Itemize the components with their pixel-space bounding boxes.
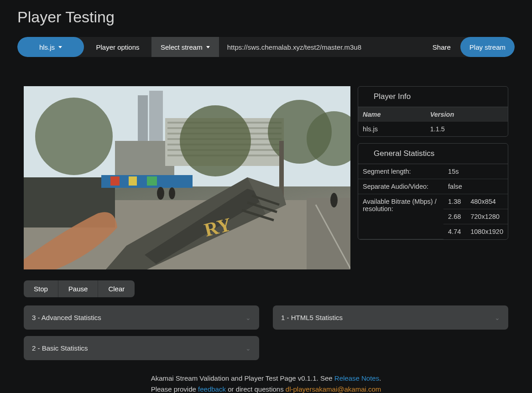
footer-text: or direct questions [228, 385, 286, 393]
general-stats-header: General Statistics [358, 144, 508, 164]
name-column-header: Name [358, 107, 426, 122]
bitrate-res-1: 720x1280 [466, 209, 508, 224]
accordion-label: 3 - Advanced Statistics [32, 314, 101, 321]
pause-button[interactable]: Pause [58, 280, 99, 297]
accordion-label: 2 - Basic Statistics [32, 344, 88, 352]
footer-text: . [379, 374, 381, 382]
version-column-header: Version [426, 107, 508, 122]
main-toolbar: hls.js Player options Select stream Shar… [17, 37, 515, 57]
segment-length-value: 15s [443, 164, 508, 179]
select-stream-dropdown[interactable]: Select stream [151, 37, 219, 57]
bitrate-mbps-2: 4.74 [443, 224, 466, 239]
chevron-down-icon: ⌄ [495, 314, 500, 321]
segment-length-label: Segment length: [358, 164, 443, 179]
share-button[interactable]: Share [423, 37, 460, 57]
separate-av-value: false [443, 179, 508, 194]
player-options-button[interactable]: Player options [84, 37, 151, 57]
svg-rect-23 [129, 176, 137, 186]
svg-point-34 [330, 193, 338, 207]
svg-point-12 [35, 98, 113, 175]
separate-av-label: Separate Audio/Video: [358, 179, 443, 194]
clear-button[interactable]: Clear [98, 280, 135, 297]
svg-point-33 [169, 187, 175, 199]
bitrate-label: Available Bitrate (Mbps) / resolution: [358, 194, 443, 239]
accordion-advanced-stats[interactable]: 3 - Advanced Statistics ⌄ [24, 305, 259, 330]
stop-button[interactable]: Stop [24, 280, 58, 297]
video-player[interactable]: RY [24, 86, 350, 269]
player-info-panel: Player Info Name Version hls.js 1.1.5 [358, 86, 508, 137]
page-title: Player Testing [17, 8, 515, 26]
player-select-dropdown[interactable]: hls.js [17, 37, 84, 57]
bitrate-res-0: 480x854 [466, 194, 508, 209]
player-select-label: hls.js [39, 43, 55, 51]
select-stream-label: Select stream [161, 43, 203, 51]
player-version-value: 1.1.5 [426, 122, 508, 136]
chevron-down-icon: ⌄ [245, 314, 251, 321]
player-name-value: hls.js [358, 122, 426, 136]
chevron-down-icon: ⌄ [245, 345, 251, 352]
svg-point-32 [157, 187, 164, 200]
svg-point-13 [180, 105, 251, 176]
general-stats-panel: General Statistics Segment length: 15s S… [358, 143, 508, 240]
footer-text: Please provide [151, 385, 198, 393]
chevron-down-icon [206, 46, 210, 48]
playback-controls: Stop Pause Clear [24, 280, 135, 297]
contact-email-link[interactable]: dl-playersakamai@akamai.com [286, 385, 381, 393]
bitrate-mbps-0: 1.38 [443, 194, 466, 209]
release-notes-link[interactable]: Release Notes [334, 374, 379, 382]
feedback-link[interactable]: feedback [198, 385, 226, 393]
play-stream-button[interactable]: Play stream [460, 37, 515, 57]
svg-rect-24 [147, 176, 157, 186]
chevron-down-icon [58, 46, 62, 48]
bitrate-mbps-1: 2.68 [443, 209, 466, 224]
bitrate-res-2: 1080x1920 [466, 224, 508, 239]
svg-rect-18 [307, 198, 350, 269]
player-info-header: Player Info [358, 87, 508, 107]
accordion-label: 1 - HTML5 Statistics [281, 314, 343, 321]
footer-text: Akamai Stream Validation and Player Test… [151, 374, 334, 382]
accordion-html5-stats[interactable]: 1 - HTML5 Statistics ⌄ [273, 305, 508, 330]
stream-url-input[interactable] [219, 37, 423, 57]
accordion-basic-stats[interactable]: 2 - Basic Statistics ⌄ [24, 336, 259, 360]
page-footer: Akamai Stream Validation and Player Test… [17, 373, 515, 393]
svg-rect-22 [110, 176, 120, 186]
